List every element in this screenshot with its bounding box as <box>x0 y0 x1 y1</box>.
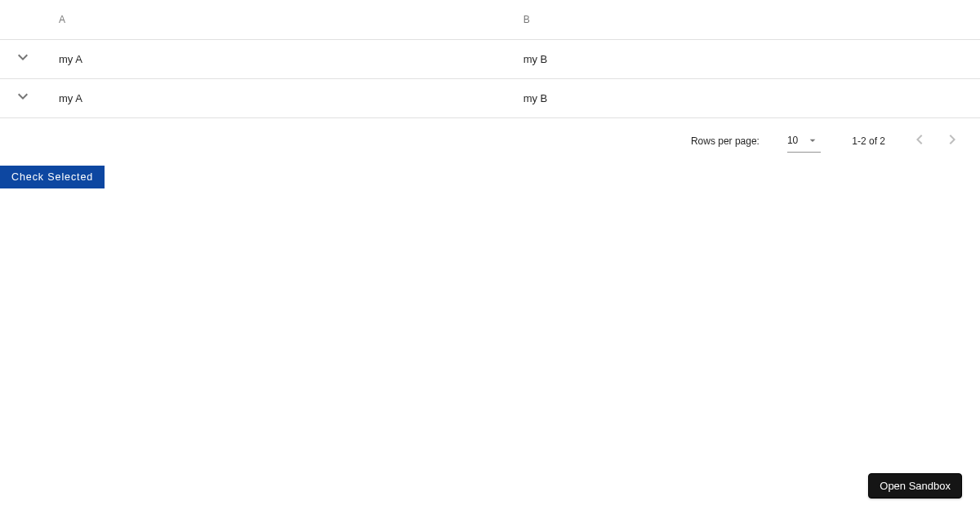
rows-per-page-select[interactable]: 10 <box>787 130 821 153</box>
cell-b: my B <box>510 39 980 78</box>
cell-b-value: my B <box>523 53 548 65</box>
prev-page-button[interactable] <box>903 125 936 157</box>
expand-header <box>0 0 46 39</box>
column-header-a-label: A <box>59 14 65 25</box>
expand-row-button[interactable] <box>13 48 33 68</box>
table-row[interactable]: my A my B <box>0 78 980 117</box>
cell-b-value: my B <box>523 92 548 104</box>
rows-per-page-value: 10 <box>787 135 806 146</box>
open-sandbox-label: Open Sandbox <box>880 480 951 492</box>
expand-cell <box>0 78 46 117</box>
cell-a: my A <box>46 78 510 117</box>
chevron-left-icon <box>910 130 929 152</box>
chevron-down-icon <box>13 86 33 109</box>
dropdown-icon <box>806 134 819 147</box>
cell-b: my B <box>510 78 980 117</box>
cell-a-value: my A <box>59 92 82 104</box>
column-header-b-label: B <box>523 14 530 25</box>
check-selected-label: Check Selected <box>11 171 93 183</box>
expand-cell <box>0 39 46 78</box>
chevron-down-icon <box>13 47 33 69</box>
chevron-right-icon <box>942 130 962 152</box>
data-table: A B my A my B my <box>0 0 980 118</box>
table-header-row: A B <box>0 0 980 39</box>
expand-row-button[interactable] <box>13 87 33 107</box>
cell-a-value: my A <box>59 53 82 65</box>
open-sandbox-button[interactable]: Open Sandbox <box>868 473 962 498</box>
cell-a: my A <box>46 39 510 78</box>
column-header-a[interactable]: A <box>46 0 510 39</box>
column-header-b[interactable]: B <box>510 0 980 39</box>
next-page-button[interactable] <box>936 125 969 157</box>
rows-per-page-label: Rows per page: <box>691 135 760 147</box>
check-selected-button[interactable]: Check Selected <box>0 166 105 188</box>
table-footer: Rows per page: 10 1-2 of 2 <box>0 118 980 164</box>
pagination-range: 1-2 of 2 <box>852 135 885 147</box>
table-row[interactable]: my A my B <box>0 39 980 78</box>
